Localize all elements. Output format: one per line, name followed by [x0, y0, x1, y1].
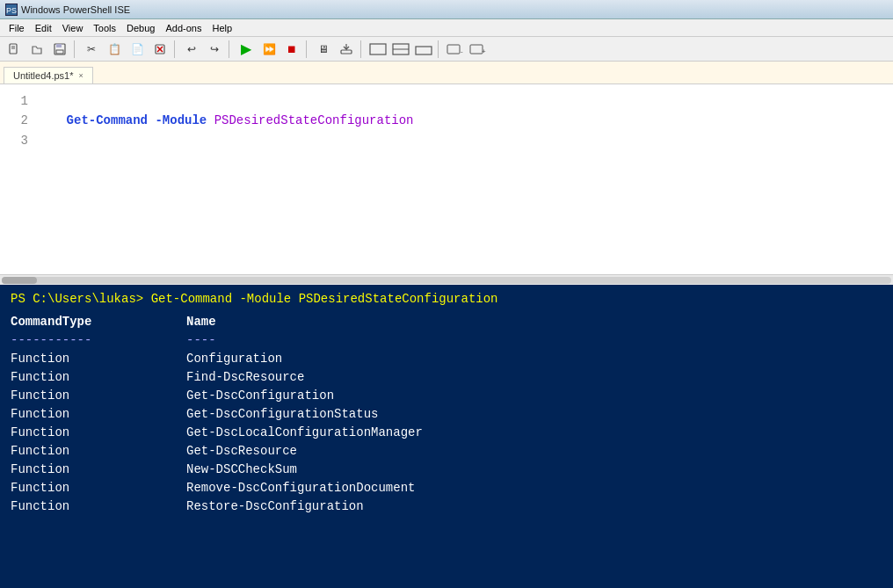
- result-row-4: Function Get-DscLocalConfigurationManage…: [11, 424, 882, 442]
- app-icon: PS: [5, 4, 18, 16]
- editor-content: 1 2 3 Get-Command -Module PSDesiredState…: [0, 84, 893, 274]
- toolbar-zoom-in[interactable]: +: [468, 40, 489, 59]
- terminal-command-line: PS C:\Users\lukas> Get-Command -Module P…: [11, 292, 882, 306]
- output-header-row: CommandType Name: [11, 313, 882, 331]
- toolbar-undo[interactable]: ↩: [181, 40, 202, 59]
- terminal-command: Get-Command -Module PSDesiredStateConfig…: [143, 292, 497, 306]
- app-window: PS Windows PowerShell ISE File Edit View…: [0, 0, 893, 588]
- menu-debug[interactable]: Debug: [121, 21, 160, 35]
- result-type-8: Function: [11, 497, 186, 516]
- separator-type: -----------: [11, 331, 186, 350]
- result-row-7: Function Remove-DscConfigurationDocument: [11, 479, 882, 497]
- result-name-0: Configuration: [186, 350, 282, 368]
- keyword-get-command: Get-Command: [67, 113, 148, 127]
- code-line-2: Get-Command -Module PSDesiredStateConfig…: [37, 111, 893, 130]
- result-type-5: Function: [11, 442, 186, 461]
- line-number-3: 3: [9, 131, 28, 150]
- result-name-5: Get-DscResource: [186, 442, 297, 461]
- result-type-2: Function: [11, 387, 186, 405]
- toolbar: ✂ 📋 📄 ↩ ↪ ▶ ⏩ ⏹ 🖥 - +: [0, 37, 893, 62]
- toolbar-clear[interactable]: [149, 40, 171, 59]
- result-type-6: Function: [11, 461, 186, 479]
- scrollbar-thumb[interactable]: [2, 277, 37, 284]
- result-name-7: Remove-DscConfigurationDocument: [186, 479, 415, 497]
- svg-text:+: +: [482, 47, 486, 55]
- value-module-name: PSDesiredStateConfiguration: [214, 113, 414, 127]
- terminal-prompt: PS C:\Users\lukas>: [11, 292, 143, 306]
- tab-area: Untitled4.ps1* ×: [0, 62, 893, 84]
- menu-view[interactable]: View: [57, 21, 89, 35]
- tab-untitled4[interactable]: Untitled4.ps1* ×: [4, 67, 93, 83]
- result-row-0: Function Configuration: [11, 350, 882, 368]
- toolbar-copy[interactable]: 📋: [104, 40, 125, 59]
- toolbar-sep6: [438, 40, 441, 58]
- result-type-3: Function: [11, 405, 186, 424]
- header-name: Name: [186, 313, 216, 331]
- svg-rect-4: [56, 44, 62, 47]
- output-separator-row: ----------- ----: [11, 331, 882, 350]
- svg-rect-10: [370, 44, 386, 54]
- code-line-3: [37, 131, 893, 150]
- toolbar-layout3[interactable]: [413, 40, 434, 59]
- result-name-2: Get-DscConfiguration: [186, 387, 334, 405]
- toolbar-paste[interactable]: 📄: [127, 40, 148, 59]
- result-row-5: Function Get-DscResource: [11, 442, 882, 461]
- keyword-module: -Module: [155, 113, 207, 127]
- menu-bar: File Edit View Tools Debug Add-ons Help: [0, 19, 893, 37]
- result-type-1: Function: [11, 368, 186, 387]
- menu-edit[interactable]: Edit: [30, 21, 57, 35]
- result-row-6: Function New-DSCCheckSum: [11, 461, 882, 479]
- result-row-1: Function Find-DscResource: [11, 368, 882, 387]
- toolbar-sep1: [74, 40, 77, 58]
- result-row-3: Function Get-DscConfigurationStatus: [11, 405, 882, 424]
- code-editor[interactable]: Get-Command -Module PSDesiredStateConfig…: [37, 84, 893, 274]
- title-bar: PS Windows PowerShell ISE: [0, 0, 893, 19]
- tab-label: Untitled4.ps1*: [13, 70, 74, 81]
- editor-area[interactable]: 1 2 3 Get-Command -Module PSDesiredState…: [0, 84, 893, 285]
- toolbar-save[interactable]: [49, 40, 70, 59]
- toolbar-run[interactable]: ▶: [236, 40, 257, 59]
- result-name-8: Restore-DscConfiguration: [186, 497, 364, 516]
- toolbar-upload[interactable]: [336, 40, 357, 59]
- toolbar-stop[interactable]: ⏹: [281, 40, 302, 59]
- menu-file[interactable]: File: [4, 21, 30, 35]
- result-type-0: Function: [11, 350, 186, 368]
- header-type: CommandType: [11, 313, 186, 331]
- svg-rect-13: [416, 47, 432, 54]
- result-name-1: Find-DscResource: [186, 368, 304, 387]
- title-bar-text: Windows PowerShell ISE: [21, 4, 130, 15]
- code-line-1: [37, 91, 893, 111]
- menu-tools[interactable]: Tools: [88, 21, 121, 35]
- toolbar-cut[interactable]: ✂: [81, 40, 102, 59]
- tab-close-button[interactable]: ×: [79, 71, 83, 80]
- toolbar-redo[interactable]: ↪: [204, 40, 225, 59]
- toolbar-console[interactable]: 🖥: [313, 40, 334, 59]
- svg-rect-5: [56, 50, 63, 54]
- result-row-2: Function Get-DscConfiguration: [11, 387, 882, 405]
- result-row-8: Function Restore-DscConfiguration: [11, 497, 882, 516]
- editor-scrollbar[interactable]: [0, 274, 893, 285]
- svg-rect-14: [447, 45, 460, 54]
- toolbar-sep5: [360, 40, 364, 58]
- line-numbers: 1 2 3: [0, 84, 37, 274]
- result-name-3: Get-DscConfigurationStatus: [186, 405, 378, 424]
- toolbar-zoom-out[interactable]: -: [445, 40, 466, 59]
- toolbar-sep3: [229, 40, 232, 58]
- menu-help[interactable]: Help: [207, 21, 237, 35]
- terminal-area[interactable]: PS C:\Users\lukas> Get-Command -Module P…: [0, 285, 893, 588]
- svg-rect-9: [341, 50, 352, 54]
- result-type-4: Function: [11, 424, 186, 442]
- toolbar-open[interactable]: [26, 40, 47, 59]
- menu-addons[interactable]: Add-ons: [160, 21, 207, 35]
- toolbar-layout2[interactable]: [390, 40, 411, 59]
- toolbar-run-selection[interactable]: ⏩: [258, 40, 280, 59]
- line-number-1: 1: [9, 91, 28, 111]
- terminal-output: CommandType Name ----------- ---- Functi…: [11, 313, 882, 516]
- toolbar-new[interactable]: [4, 40, 25, 59]
- svg-text:-: -: [461, 47, 463, 55]
- result-name-6: New-DSCCheckSum: [186, 461, 297, 479]
- toolbar-layout1[interactable]: [367, 40, 388, 59]
- scrollbar-track[interactable]: [2, 277, 891, 284]
- line-number-2: 2: [9, 111, 28, 130]
- result-type-7: Function: [11, 479, 186, 497]
